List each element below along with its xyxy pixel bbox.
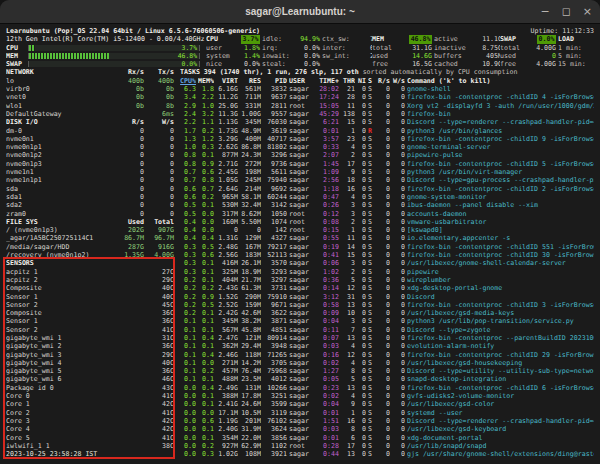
process-row: 3.42.211.2G711M9637sagar17:24280S00firef…: [180, 93, 594, 101]
proc-cpu: 0.6: [180, 185, 196, 193]
process-row: 2.43.211.3G1.00G9557sagar45:291380S00fir…: [180, 110, 594, 118]
diskio-value-1: 0: [114, 127, 144, 135]
proc-thr: 3: [341, 317, 355, 325]
proc-pid: 3832: [263, 85, 287, 93]
sensor-temp: 41C: [148, 326, 174, 334]
diskio-item-name: nvme1n1p1: [6, 176, 114, 184]
proc-ws: 0: [392, 392, 405, 400]
proc-virt: 1.19G: [216, 417, 238, 425]
diskio-item-name: nvme0n1p2: [6, 151, 114, 159]
proc-virt: 877M: [216, 151, 238, 159]
proc-pid: 9671: [263, 301, 287, 309]
proc-state: S: [368, 450, 375, 458]
proc-thr: 12: [341, 351, 355, 359]
process-table-header: CPU%MEM%VIRTRESPIDUSERTIME+THRNISR/sW/sC…: [180, 77, 594, 85]
diskio-value-2: 0: [144, 185, 174, 193]
proc-time: 0:33: [315, 143, 339, 151]
diskio-value-1: 0: [114, 151, 144, 159]
process-row: 0.40.000142root0:1510S00[kswapd0]: [180, 226, 594, 234]
cpu-stat: iowait:: [262, 52, 292, 60]
proc-virt: 2.41G: [216, 400, 238, 408]
proc-time: 0:28: [315, 442, 339, 450]
close-icon[interactable]: ×: [583, 6, 592, 17]
proc-virt: 2.64G: [216, 185, 238, 193]
proc-thr: 13: [341, 301, 355, 309]
proc-ws: 0: [392, 367, 405, 375]
sensor-row: Core 541C: [6, 434, 174, 442]
proc-command: firefox-bin -contentproc --parentBuildID…: [407, 334, 594, 342]
proc-user: sagar: [289, 359, 313, 367]
col-header-cpu-: CPU%: [180, 77, 196, 85]
proc-thr: 2: [341, 151, 355, 159]
process-row: 0.00.31.02G108M3921sagar0:44130S00gjs /u…: [180, 450, 594, 458]
proc-ws: 0: [392, 425, 405, 433]
window-titlebar[interactable]: sagar@Learnubuntu: ~ − ◻ ×: [0, 0, 600, 24]
proc-time: 0:16: [315, 351, 339, 359]
proc-command: systemd --user: [407, 409, 594, 417]
load-stat: 12-core: [590, 35, 594, 43]
proc-ws: 0: [392, 268, 405, 276]
proc-res: 108M: [240, 450, 261, 458]
proc-ws: 0: [392, 218, 405, 226]
proc-pid: 52113: [263, 251, 287, 259]
tasks-summary: TASKS 394 (1740 thr), 1 run, 276 slp, 11…: [180, 68, 359, 76]
proc-pid: 81802: [263, 143, 287, 151]
mem-usage-bar-fill: [29, 53, 109, 59]
proc-state: S: [368, 102, 375, 110]
proc-thr: 15: [341, 118, 355, 126]
proc-thr: 16: [341, 417, 355, 425]
proc-state: S: [368, 168, 375, 176]
proc-command: firefox-bin -contentproc -childID 30 -is…: [407, 251, 594, 259]
proc-time: 0:02: [315, 359, 339, 367]
proc-ws: 0: [392, 243, 405, 251]
sensor-temp: 41C: [148, 392, 174, 400]
process-row: 0.40.41.31G129M4327sagar0:55110S00io.ele…: [180, 234, 594, 242]
process-row: 0.80.1877M24.3M3296sagar2:0720S00pipewir…: [180, 151, 594, 159]
proc-virt: 25.0G: [216, 102, 238, 110]
col-header-r-s: R/s: [377, 77, 390, 85]
proc-command: Discord --type=gpu-process --crashpad-ha…: [407, 176, 594, 184]
maximize-icon[interactable]: ◻: [562, 6, 571, 17]
proc-state: S: [368, 160, 375, 168]
proc-cpu: 0.1: [180, 317, 196, 325]
proc-res: 29.4M: [240, 342, 261, 350]
diskio-value-2: 0: [144, 210, 174, 218]
proc-ws: 0: [392, 400, 405, 408]
proc-pid: 9557: [263, 110, 287, 118]
proc-thr: 11: [341, 234, 355, 242]
proc-virt: 2.49G: [216, 384, 238, 392]
process-row: 6.31.86.16G561M3832sagar28:02210S00gnome…: [180, 85, 594, 93]
diskio-value-2: 0: [144, 168, 174, 176]
mem-stat: inactive: [434, 44, 470, 52]
proc-mem: 0.1: [198, 317, 214, 325]
proc-user: root: [289, 210, 313, 218]
proc-ni: 0: [357, 102, 366, 110]
proc-cpu: 0.7: [180, 176, 196, 184]
proc-user: sagar: [289, 93, 313, 101]
proc-pid: 76102: [263, 417, 287, 425]
network-col2-label: Tx/s: [144, 68, 174, 76]
proc-ni: 0: [357, 351, 366, 359]
process-row: 0.10.0271M14.2M3705sagar0:0240S00/usr/li…: [180, 359, 594, 367]
proc-time: 2:07: [315, 151, 339, 159]
sensor-temp: 29C: [148, 351, 174, 359]
proc-rs: 0: [377, 143, 390, 151]
sensors-title: SENSORS: [6, 259, 174, 267]
proc-res: 0: [240, 226, 261, 234]
diskio-value-1: 0: [114, 193, 144, 201]
proc-ni: 0: [357, 392, 366, 400]
proc-virt: 1.52G: [216, 293, 238, 301]
proc-user: sagar: [289, 85, 313, 93]
proc-cpu: 0.1: [180, 359, 196, 367]
filesys-item-name: /recovery (nvme0n1p2): [6, 251, 114, 259]
proc-virt: 1.73G: [216, 127, 238, 135]
proc-pid: 60244: [263, 193, 287, 201]
minimize-icon[interactable]: −: [540, 6, 549, 17]
proc-rs: 0: [377, 434, 390, 442]
proc-pid: 3624: [263, 425, 287, 433]
network-value-1: 0b: [114, 93, 144, 101]
filesys-title: FILE SYS: [6, 218, 114, 226]
sensor-temp: 38C: [148, 442, 174, 450]
network-value-1: 0b: [114, 85, 144, 93]
diskio-value-1: 0: [114, 143, 144, 151]
